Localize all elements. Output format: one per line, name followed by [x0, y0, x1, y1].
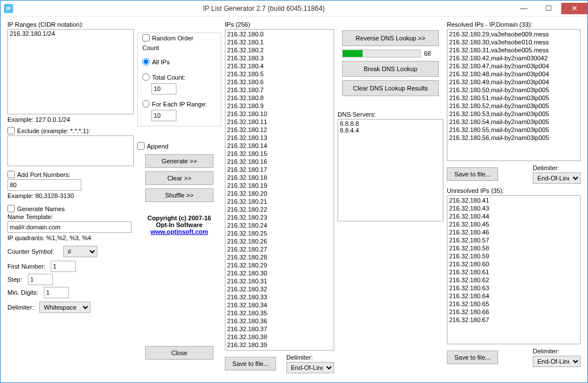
list-item[interactable]: 216.32.180.31 — [226, 277, 333, 285]
exclude-input[interactable] — [7, 135, 134, 166]
list-item[interactable]: 216.32.180.16 — [226, 158, 333, 166]
list-item[interactable]: 216.32.180.8 — [226, 94, 333, 102]
ip-ranges-input[interactable]: 216.32.180.1/24 — [7, 29, 134, 114]
list-item[interactable]: 216.32.180.47,mail-by2nam03lp004 — [448, 62, 579, 70]
list-item[interactable]: 216.32.180.51,mail-by2nam03lp005 — [448, 94, 579, 102]
total-count-input[interactable] — [151, 83, 176, 94]
list-item[interactable]: 216.32.180.57 — [448, 236, 579, 244]
list-item[interactable]: 216.32.180.60 — [448, 260, 579, 268]
reverse-dns-button[interactable]: Reverse DNS Lookup >> — [342, 30, 439, 46]
list-item[interactable]: 216.32.180.59 — [448, 252, 579, 260]
list-item[interactable]: 216.32.180.58 — [448, 244, 579, 252]
list-item[interactable]: 216.32.180.44 — [448, 212, 579, 220]
list-item[interactable]: 216.32.180.42,mail-by2nam030042 — [448, 54, 579, 62]
list-item[interactable]: 216.32.180.30,va3ehsobe010.mess — [448, 38, 579, 46]
shuffle-button[interactable]: Shuffle >> — [145, 188, 213, 202]
dns-servers-input[interactable]: 8.8.8.8 8.8.4.4 — [338, 119, 443, 221]
list-item[interactable]: 216.32.180.9 — [226, 102, 333, 110]
list-item[interactable]: 216.32.180.56,mail-by2nam03lp005 — [448, 134, 579, 142]
break-dns-button[interactable]: Break DNS Lookup — [342, 61, 439, 77]
list-item[interactable]: 216.32.180.14 — [226, 142, 333, 150]
save-resolved-button[interactable]: Save to file... — [447, 167, 498, 181]
clear-button[interactable]: Clear >> — [145, 171, 213, 185]
clear-dns-button[interactable]: Clear DNS Lookup Results — [342, 80, 439, 96]
list-item[interactable]: 216.32.180.3 — [226, 54, 333, 62]
list-item[interactable]: 216.32.180.20 — [226, 190, 333, 197]
generate-names-checkbox[interactable] — [7, 205, 15, 212]
list-item[interactable]: 216.32.180.4 — [226, 62, 333, 70]
list-item[interactable]: 216.32.180.50,mail-by2nam03lp005 — [448, 86, 579, 94]
total-count-radio[interactable] — [142, 73, 150, 81]
delimiter1-select[interactable]: Whitespace — [39, 302, 91, 313]
port-input[interactable] — [7, 179, 81, 191]
list-item[interactable]: 216.32.180.29,va3ehsobe009.mess — [448, 30, 579, 38]
for-each-radio[interactable] — [142, 100, 150, 108]
list-item[interactable]: 216.32.180.10 — [226, 110, 333, 118]
list-item[interactable]: 216.32.180.24 — [226, 221, 333, 229]
list-item[interactable]: 216.32.180.30 — [226, 269, 333, 277]
delimiter4-select[interactable]: End-Of-Line — [533, 356, 581, 367]
delimiter3-select[interactable]: End-Of-Line — [533, 172, 581, 184]
list-item[interactable]: 216.32.180.64 — [448, 292, 579, 300]
list-item[interactable]: 216.32.180.38 — [226, 333, 333, 341]
list-item[interactable]: 216.32.180.19 — [226, 182, 333, 190]
list-item[interactable]: 216.32.180.61 — [448, 268, 579, 276]
unresolved-listbox[interactable]: 216.32.180.41216.32.180.43216.32.180.442… — [447, 195, 581, 344]
counter-symbol-select[interactable]: # — [63, 246, 97, 257]
list-item[interactable]: 216.32.180.34 — [226, 301, 333, 309]
list-item[interactable]: 216.32.180.54,mail-by2nam03lp005 — [448, 118, 579, 126]
name-template-input[interactable] — [7, 221, 131, 233]
minimize-button[interactable]: — — [511, 3, 536, 14]
add-port-checkbox[interactable] — [7, 171, 15, 178]
list-item[interactable]: 216.32.180.28 — [226, 253, 333, 261]
append-checkbox[interactable] — [137, 142, 145, 150]
list-item[interactable]: 216.32.180.37 — [226, 325, 333, 333]
list-item[interactable]: 216.32.180.0 — [226, 30, 333, 38]
save-unresolved-button[interactable]: Save to file... — [447, 351, 498, 364]
list-item[interactable]: 216.32.180.67 — [448, 316, 579, 324]
list-item[interactable]: 216.32.180.36 — [226, 317, 333, 325]
list-item[interactable]: 216.32.180.29 — [226, 261, 333, 269]
list-item[interactable]: 216.32.180.25 — [226, 229, 333, 237]
list-item[interactable]: 216.32.180.62 — [448, 276, 579, 284]
list-item[interactable]: 216.32.180.1 — [226, 38, 333, 46]
random-order-checkbox[interactable] — [142, 34, 150, 42]
ips-listbox[interactable]: 216.32.180.0216.32.180.1216.32.180.2216.… — [225, 29, 334, 351]
exclude-checkbox[interactable] — [7, 127, 15, 134]
list-item[interactable]: 216.32.180.18 — [226, 174, 333, 182]
first-number-input[interactable] — [51, 261, 76, 272]
list-item[interactable]: 216.32.180.32 — [226, 285, 333, 293]
list-item[interactable]: 216.32.180.35 — [226, 309, 333, 317]
list-item[interactable]: 216.32.180.26 — [226, 237, 333, 245]
close-button[interactable]: Close — [145, 346, 213, 360]
save-ips-button[interactable]: Save to file... — [225, 357, 276, 370]
list-item[interactable]: 216.32.180.39 — [226, 341, 333, 349]
list-item[interactable]: 216.32.180.15 — [226, 150, 333, 158]
list-item[interactable]: 216.32.180.49,mail-by2nam03lp004 — [448, 78, 579, 86]
list-item[interactable]: 216.32.180.21 — [226, 197, 333, 205]
list-item[interactable]: 216.32.180.27 — [226, 245, 333, 253]
list-item[interactable]: 216.32.180.48,mail-by2nam03lp004 — [448, 70, 579, 78]
list-item[interactable]: 216.32.180.41 — [448, 196, 579, 204]
list-item[interactable]: 216.32.180.12 — [226, 126, 333, 134]
list-item[interactable]: 216.32.180.17 — [226, 166, 333, 174]
list-item[interactable]: 216.32.180.31,va3ehsobe005.mess — [448, 46, 579, 54]
generate-button[interactable]: Generate >> — [145, 154, 213, 168]
list-item[interactable]: 216.32.180.11 — [226, 118, 333, 126]
list-item[interactable]: 216.32.180.23 — [226, 213, 333, 221]
list-item[interactable]: 216.32.180.5 — [226, 70, 333, 78]
list-item[interactable]: 216.32.180.43 — [448, 204, 579, 212]
list-item[interactable]: 216.32.180.52,mail-by2nam03lp005 — [448, 102, 579, 110]
list-item[interactable]: 216.32.180.46 — [448, 228, 579, 236]
delimiter2-select[interactable]: End-Of-Line — [286, 362, 334, 373]
list-item[interactable]: 216.32.180.55,mail-by2nam03lp005 — [448, 126, 579, 134]
list-item[interactable]: 216.32.180.63 — [448, 284, 579, 292]
for-each-input[interactable] — [151, 110, 176, 121]
list-item[interactable]: 216.32.180.2 — [226, 46, 333, 54]
list-item[interactable]: 216.32.180.6 — [226, 78, 333, 86]
all-ips-radio[interactable] — [142, 58, 150, 65]
list-item[interactable]: 216.32.180.53,mail-by2nam03lp005 — [448, 110, 579, 118]
close-window-button[interactable]: ✕ — [561, 3, 587, 14]
resolved-listbox[interactable]: 216.32.180.29,va3ehsobe009.mess216.32.18… — [447, 29, 581, 161]
step-input[interactable] — [28, 274, 53, 285]
